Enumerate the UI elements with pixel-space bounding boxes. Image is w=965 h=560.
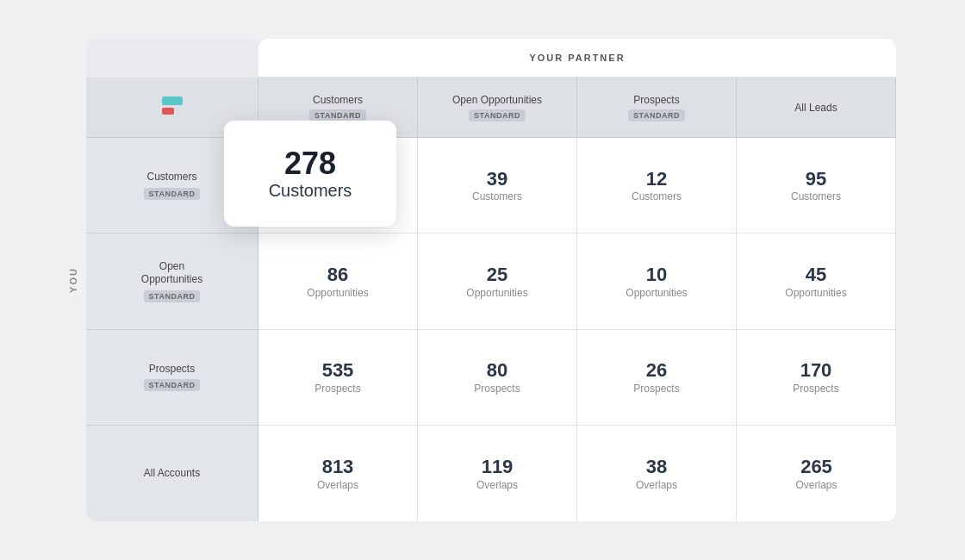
cell-prospects-open-opps-label: Prospects [474,383,520,395]
col-header-customers-title: Customers [313,94,363,106]
cell-customers-prospects-number: 12 [646,168,667,190]
row-header-open-opps-title: OpenOpportunities [141,260,202,287]
cell-open-opps-all-leads-number: 45 [806,264,826,286]
popup-card: 278 Customers [224,121,396,227]
col-header-open-opps: Open Opportunities STANDARD [418,78,577,138]
cell-open-opps-open-opps-number: 25 [487,264,507,286]
main-container: YOUR PARTNER Customers STANDARD Open Opp… [86,39,896,521]
cell-open-opps-open-opps[interactable]: 25 Opportunities [418,233,577,329]
row-header-open-opps-badge: STANDARD [144,290,201,302]
grid-area: Customers STANDARD Open Opportunities ST… [86,78,896,521]
col-header-prospects-title: Prospects [633,94,679,106]
cell-customers-prospects-label: Customers [632,190,682,202]
cell-prospects-customers-label: Prospects [314,383,360,395]
cell-all-accounts-open-opps[interactable]: 119 Overlaps [418,426,577,521]
cell-customers-open-opps[interactable]: 39 Customers [418,138,577,233]
cell-all-accounts-prospects[interactable]: 38 Overlaps [577,426,737,521]
col-header-all-leads-title: All Leads [794,102,837,114]
cell-customers-all-leads[interactable]: 95 Customers [737,138,896,233]
row-header-prospects-badge: STANDARD [144,379,201,391]
col-header-prospects: Prospects STANDARD [577,78,737,138]
cell-prospects-prospects-number: 26 [646,359,667,382]
cell-open-opps-prospects-number: 10 [646,264,667,286]
cell-all-accounts-all-leads-label: Overlaps [795,479,837,491]
cell-prospects-all-leads-number: 170 [800,359,832,382]
cell-open-opps-customers[interactable]: 86 Opportunities [258,233,418,329]
cell-open-opps-prospects[interactable]: 10 Opportunities [577,233,737,329]
col-header-open-opps-title: Open Opportunities [452,94,542,106]
row-header-open-opps: OpenOpportunities STANDARD [86,233,258,329]
cell-open-opps-customers-number: 86 [327,264,348,286]
cell-prospects-open-opps-number: 80 [487,359,507,382]
cell-open-opps-prospects-label: Opportunities [626,287,687,299]
partner-header: YOUR PARTNER [258,39,896,78]
row-header-customers-title: Customers [146,171,196,184]
col-header-customers-badge: STANDARD [309,109,366,121]
cell-all-accounts-all-leads[interactable]: 265 Overlaps [737,426,896,521]
cell-customers-open-opps-number: 39 [487,168,507,190]
col-header-open-opps-badge: STANDARD [469,109,526,121]
cell-all-accounts-customers-number: 813 [322,456,354,478]
cell-open-opps-all-leads-label: Opportunities [785,287,846,299]
cell-prospects-prospects[interactable]: 26 Prospects [577,330,737,426]
cell-all-accounts-customers-label: Overlaps [317,479,358,491]
row-header-prospects-title: Prospects [149,363,195,376]
cell-customers-open-opps-label: Customers [472,190,522,202]
main-wrapper: YOU YOUR PARTNER Customers STANDARD [69,39,896,521]
cell-prospects-prospects-label: Prospects [633,383,679,395]
cell-open-opps-all-leads[interactable]: 45 Opportunities [737,233,896,329]
cell-prospects-customers[interactable]: 535 Prospects [258,330,418,426]
row-header-all-accounts-title: All Accounts [144,467,200,481]
cell-all-accounts-prospects-label: Overlaps [636,479,677,491]
cell-open-opps-open-opps-label: Opportunities [466,287,527,299]
cell-prospects-all-leads[interactable]: 170 Prospects [737,330,896,426]
cell-customers-all-leads-number: 95 [806,168,826,190]
svg-rect-0 [162,96,183,105]
popup-label: Customers [269,181,352,201]
cell-all-accounts-customers[interactable]: 813 Overlaps [258,426,418,521]
row-header-customers-badge: STANDARD [144,188,201,200]
cell-all-accounts-prospects-number: 38 [646,456,667,478]
cell-all-accounts-all-leads-number: 265 [800,456,832,478]
you-label: YOU [68,267,78,293]
col-header-prospects-badge: STANDARD [628,109,685,121]
cell-open-opps-customers-label: Opportunities [307,287,368,299]
popup-number: 278 [284,146,336,181]
cell-all-accounts-open-opps-label: Overlaps [476,479,518,491]
cell-customers-prospects[interactable]: 12 Customers [577,138,737,233]
cell-prospects-all-leads-label: Prospects [793,383,838,395]
cell-prospects-open-opps[interactable]: 80 Prospects [418,330,577,426]
partner-header-text: YOUR PARTNER [529,53,625,63]
row-header-all-accounts: All Accounts [86,426,258,521]
cell-customers-all-leads-label: Customers [791,190,841,202]
col-header-all-leads: All Leads [737,78,896,138]
logo-icon [157,92,188,123]
svg-rect-1 [162,108,174,115]
cell-prospects-customers-number: 535 [322,359,354,382]
row-header-prospects: Prospects STANDARD [86,330,258,426]
cell-all-accounts-open-opps-number: 119 [482,456,514,478]
